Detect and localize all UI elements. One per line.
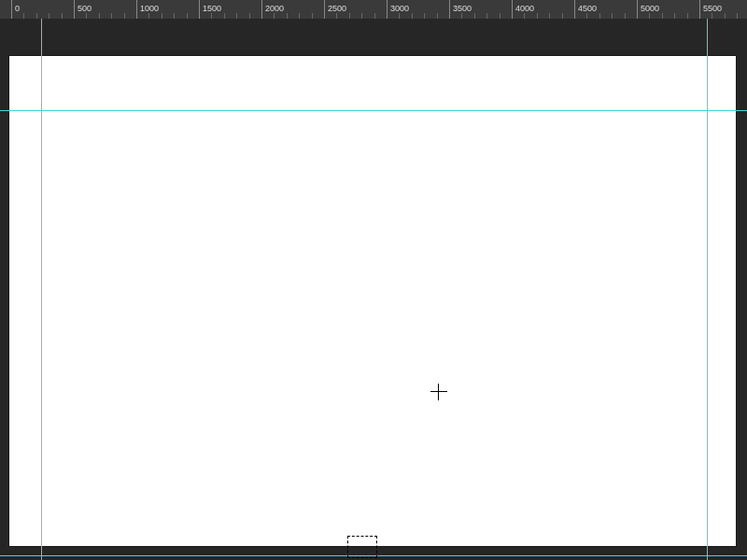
ruler-label: 2000	[265, 4, 284, 13]
editor-viewport: 0500100015002000250030003500400045005000…	[0, 0, 747, 560]
vertical-guide[interactable]	[707, 19, 708, 560]
ruler-tick: 500	[74, 0, 75, 19]
ruler-tick: 1000	[136, 0, 137, 19]
vertical-guide[interactable]	[41, 19, 42, 560]
ruler-tick: 5500	[699, 0, 700, 19]
ruler-tick: 0	[11, 0, 12, 19]
selection-marquee[interactable]	[347, 536, 377, 558]
horizontal-ruler[interactable]: 0500100015002000250030003500400045005000…	[0, 0, 747, 19]
document-page[interactable]	[9, 56, 736, 546]
ruler-label: 2500	[328, 4, 346, 13]
ruler-tick: 3000	[387, 0, 388, 19]
ruler-label: 5000	[641, 4, 659, 13]
ruler-tick: 3500	[449, 0, 450, 19]
ruler-label: 0	[15, 4, 20, 13]
ruler-tick: 4000	[512, 0, 513, 19]
ruler-label: 3500	[453, 4, 472, 13]
ruler-label: 5500	[703, 4, 722, 13]
ruler-label: 4000	[515, 4, 534, 13]
canvas-area[interactable]	[0, 19, 747, 560]
ruler-label: 3000	[390, 4, 409, 13]
ruler-tick: 5000	[637, 0, 638, 19]
ruler-label: 4500	[578, 4, 597, 13]
ruler-label: 1000	[140, 4, 159, 13]
ruler-tick: 2500	[324, 0, 325, 19]
ruler-label: 500	[78, 4, 92, 13]
ruler-tick: 4500	[574, 0, 575, 19]
horizontal-guide[interactable]	[0, 110, 747, 111]
ruler-tick: 2000	[261, 0, 262, 19]
ruler-label: 1500	[203, 4, 221, 13]
ruler-tick: 1500	[199, 0, 200, 19]
